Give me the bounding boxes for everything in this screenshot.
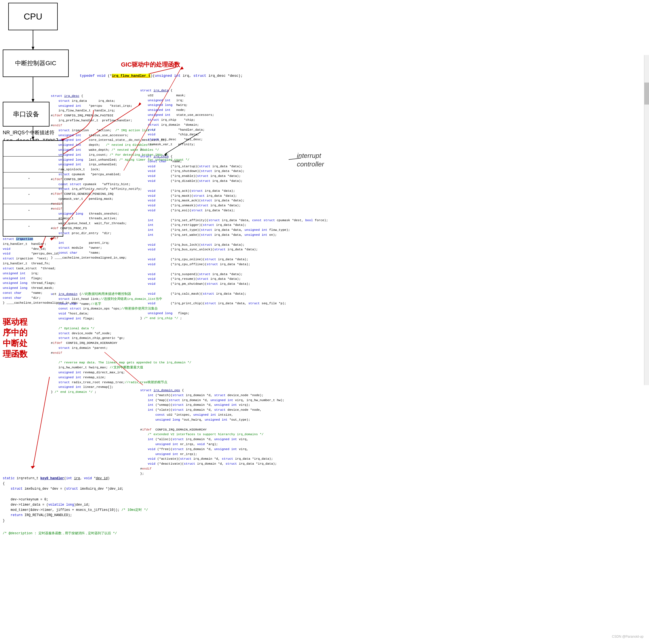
gic-handler-label: GIC驱动中的处理函数 [121, 61, 180, 69]
svg-marker-20 [31, 466, 35, 469]
irq-domain-ops-struct-code: struct irq_domain_ops { int (*match)(str… [140, 388, 285, 476]
typedef-line: typedef void (*irq_flow_handler_t)(unsig… [80, 74, 243, 78]
watermark: CSDN @Paranoid-up [612, 635, 644, 639]
key0-handler-code: static irqreturn_t key0_handler(int irq,… [3, 476, 148, 524]
serial-box: 串口设备 [3, 102, 49, 126]
irq-data-struct-code: struct irq_data { u32 mask; unsigned int… [140, 88, 214, 152]
description-comment: /* @description : 定时器服务函数，用于按键消抖，定时器到了以后… [3, 531, 117, 536]
svg-marker-16 [180, 66, 184, 70]
serial-label: 串口设备 [13, 110, 39, 119]
cpu-box: CPU [8, 3, 58, 30]
cpu-label: CPU [24, 11, 42, 22]
irq-domain-struct-code: uct irq_domain {//此数据结构用来描述中断控制器 struct … [51, 292, 191, 395]
main-container: CPU 中断控制器GIC 串口设备 NR_IRQS个中断描述符 irq_desc… [0, 0, 649, 644]
driver-label: 驱动程序中的中断处理函数 [3, 316, 28, 359]
gic-label: 中断控制器GIC [15, 59, 56, 68]
scrollbar[interactable] [644, 55, 649, 385]
irq-desc-dots: · · · · [28, 170, 31, 234]
gic-box: 中断控制器GIC [3, 49, 69, 77]
nr-irqs-label: NR_IRQS个中断描述符 [3, 129, 59, 136]
scrollbar-thumb[interactable] [644, 83, 649, 105]
svg-line-19 [33, 377, 49, 468]
